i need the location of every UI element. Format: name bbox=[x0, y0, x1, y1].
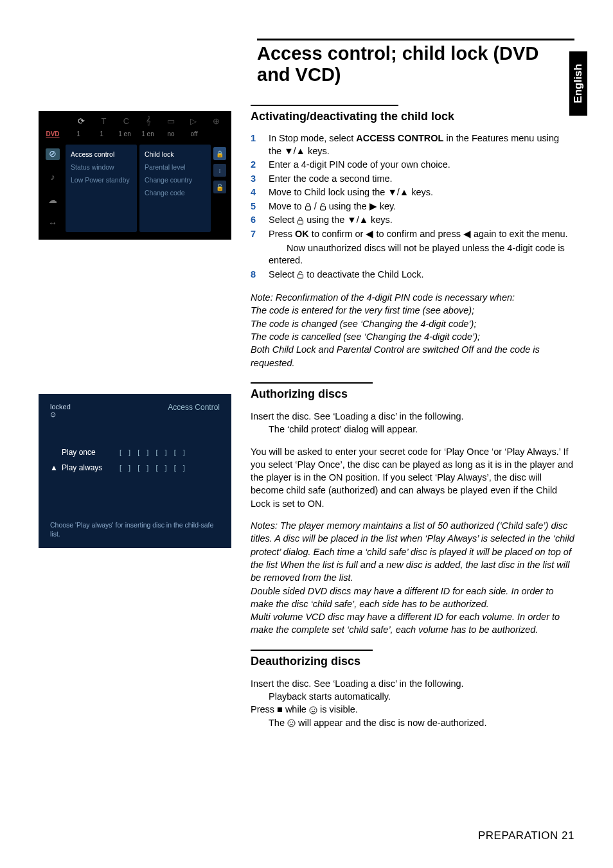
step-text: Move to / using the ▶ key. bbox=[269, 200, 574, 213]
sub-cell-4: no bbox=[159, 130, 182, 142]
footer-page: 21 bbox=[562, 829, 574, 842]
step-text: Enter the code a second time. bbox=[269, 173, 574, 186]
top-icon-7: ⊕ bbox=[205, 116, 227, 126]
dialog-row-1-mark: ▲ bbox=[50, 463, 62, 472]
section2-rule bbox=[251, 382, 373, 384]
step-1: 1In Stop mode, select ACCESS CONTROL in … bbox=[251, 132, 574, 157]
svg-rect-3 bbox=[298, 274, 303, 278]
step-text: Move to Child lock using the ▼/▲ keys. bbox=[269, 186, 574, 199]
menu-panel-a: Access control Status window Low Power s… bbox=[66, 145, 137, 232]
left-icon-0: ⊘ bbox=[46, 148, 60, 160]
step-num: 3 bbox=[251, 173, 260, 186]
sub-cell-0: 1 bbox=[67, 130, 90, 142]
menu-screenshot: ⟳ T C 𝄞 ▭ ▷ ⊕ DVD 1 1 1 en 1 en no off bbox=[39, 111, 231, 240]
svg-rect-0 bbox=[305, 206, 310, 210]
section1-rule bbox=[251, 105, 398, 106]
menu-right-icons: 🔒 ↕ 🔓 bbox=[213, 145, 227, 232]
step-num: 8 bbox=[251, 269, 260, 281]
sad-icon bbox=[287, 719, 296, 727]
sub-cell-1: 1 bbox=[90, 130, 113, 142]
step-num: 1 bbox=[251, 132, 260, 157]
dialog-hint: Choose 'Play always' for inserting disc … bbox=[50, 520, 220, 539]
section3-heading: Deauthorizing discs bbox=[251, 655, 574, 668]
smile-icon bbox=[309, 706, 317, 714]
left-icon-3: ↔ bbox=[46, 218, 60, 229]
panelB-item-1: Parental level bbox=[145, 161, 206, 174]
svg-point-9 bbox=[292, 722, 294, 723]
left-icon-1: ♪ bbox=[46, 172, 60, 183]
right-icon-mid: ↕ bbox=[213, 164, 226, 177]
section3-line2: Press ■ while is visible. bbox=[251, 704, 358, 714]
svg-point-7 bbox=[288, 720, 295, 727]
dialog-row-0-label: Play once bbox=[62, 448, 120, 457]
top-icon-2: T bbox=[93, 116, 115, 126]
section3-line1: Insert the disc. See ‘Loading a disc’ in… bbox=[251, 678, 464, 689]
svg-point-4 bbox=[310, 707, 317, 714]
section2-para1-indent: The ‘child protect’ dialog will appear. bbox=[269, 424, 418, 434]
svg-rect-2 bbox=[298, 220, 303, 224]
disc-icon: ⊙ bbox=[50, 411, 56, 418]
menu-panel-b: Child lock Parental level Change country… bbox=[139, 145, 211, 232]
step-text: Select to deactivate the Child Lock. bbox=[269, 269, 574, 281]
sub-cell-5: off bbox=[182, 130, 206, 142]
dialog-row-1-label: Play always bbox=[62, 463, 120, 472]
right-icon-unlock: 🔓 bbox=[213, 181, 226, 193]
sub-cell-3: 1 en bbox=[136, 130, 159, 142]
step-2: 2Enter a 4-digit PIN code of your own ch… bbox=[251, 159, 574, 172]
dialog-mid: Play once [ ] [ ] [ ] [ ] ▲ Play always … bbox=[50, 445, 220, 475]
section1-note: Note: Reconfirmation of the 4-digit PIN … bbox=[251, 291, 574, 369]
step-4: 4Move to Child lock using the ▼/▲ keys. bbox=[251, 186, 574, 199]
section3-line1-indent: Playback starts automatically. bbox=[269, 691, 391, 702]
right-icon-lock: 🔒 bbox=[213, 147, 226, 160]
step-num: 6 bbox=[251, 214, 260, 227]
dialog-row-1: ▲ Play always [ ] [ ] [ ] [ ] bbox=[50, 460, 220, 475]
step-7-indent: Now unauthorized discs will not be playe… bbox=[251, 242, 574, 267]
step-num: 4 bbox=[251, 186, 260, 199]
section3-block: Insert the disc. See ‘Loading a disc’ in… bbox=[251, 677, 574, 729]
svg-point-8 bbox=[290, 722, 291, 723]
step-5: 5Move to / using the ▶ key. bbox=[251, 200, 574, 213]
panelB-item-3: Change code bbox=[145, 187, 206, 200]
top-icon-6: ▷ bbox=[182, 116, 205, 126]
menu-body: ⊘ ♪ ☁ ↔ Access control Status window Low… bbox=[39, 142, 231, 236]
svg-point-5 bbox=[312, 709, 313, 710]
step-3: 3Enter the code a second time. bbox=[251, 173, 574, 186]
top-icon-1: ⟳ bbox=[70, 116, 93, 126]
section2-para1: Insert the disc. See ‘Loading a disc’ in… bbox=[251, 411, 464, 421]
step-6: 6Select using the ▼/▲ keys. bbox=[251, 214, 574, 227]
svg-point-6 bbox=[314, 709, 315, 710]
step-num: 5 bbox=[251, 200, 260, 213]
menu-left-icons: ⊘ ♪ ☁ ↔ bbox=[42, 145, 63, 232]
svg-rect-1 bbox=[320, 206, 325, 210]
menu-top-row: ⟳ T C 𝄞 ▭ ▷ ⊕ bbox=[39, 111, 231, 130]
dialog-row-1-code: [ ] [ ] [ ] [ ] bbox=[120, 464, 188, 472]
menu-sub-row: DVD 1 1 1 en 1 en no off bbox=[39, 130, 231, 142]
page-title: Access control; child lock (DVD and VCD) bbox=[257, 43, 574, 85]
left-icon-2: ☁ bbox=[46, 195, 60, 206]
title-rule bbox=[257, 39, 574, 40]
top-icon-3: C bbox=[115, 116, 138, 126]
step-num: 2 bbox=[251, 159, 260, 172]
dialog-top: locked⊙ Access Control bbox=[39, 394, 231, 419]
panelA-item-2: Low Power standby bbox=[71, 174, 132, 187]
panelB-item-0: Child lock bbox=[145, 148, 206, 161]
section1-heading: Activating/deactivating the child lock bbox=[251, 110, 574, 123]
step-text: Press OK to confirm or ◀ to confirm and … bbox=[269, 228, 574, 241]
step-text: Enter a 4-digit PIN code of your own cho… bbox=[269, 159, 574, 172]
stop-icon: ■ bbox=[277, 704, 283, 714]
dialog-row-0-code: [ ] [ ] [ ] [ ] bbox=[120, 448, 188, 456]
section2-heading: Authorizing discs bbox=[251, 387, 574, 401]
section2-note: Notes: The player memory maintains a lis… bbox=[251, 519, 574, 637]
step-8: 8Select to deactivate the Child Lock. bbox=[251, 269, 574, 281]
step-text: Select using the ▼/▲ keys. bbox=[269, 214, 574, 227]
language-tab-label: English bbox=[572, 64, 585, 103]
dialog-locked-label: locked⊙ bbox=[50, 403, 71, 419]
steps-list: 1In Stop mode, select ACCESS CONTROL in … bbox=[251, 132, 574, 281]
section2-para2: You will be asked to enter your secret c… bbox=[251, 445, 574, 510]
panelA-item-1: Status window bbox=[71, 161, 132, 174]
top-icon-4: 𝄞 bbox=[138, 116, 160, 126]
panelB-item-2: Change country bbox=[145, 174, 206, 187]
top-icon-5: ▭ bbox=[160, 116, 182, 126]
step-num: 7 bbox=[251, 228, 260, 241]
section2-para1-block: Insert the disc. See ‘Loading a disc’ in… bbox=[251, 410, 574, 436]
